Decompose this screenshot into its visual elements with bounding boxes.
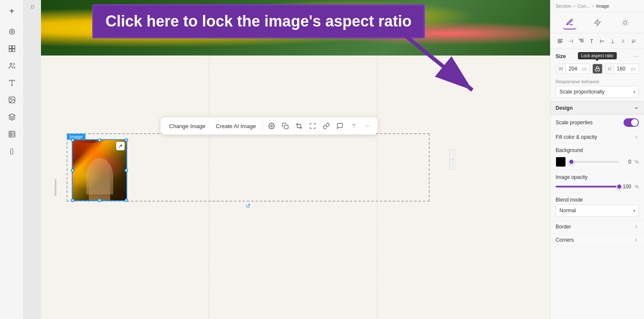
resize-handle-ml[interactable] — [71, 169, 74, 172]
breadcrumb-container[interactable]: Con... — [577, 3, 590, 9]
rotate-handle[interactable]: ↺ — [246, 202, 251, 209]
background-percent: % — [635, 159, 639, 164]
svg-point-6 — [10, 63, 12, 65]
layers-icon[interactable] — [4, 24, 20, 39]
responsive-select[interactable]: Scale proportionally Fixed size Fit to c… — [556, 86, 639, 98]
svg-point-14 — [624, 21, 627, 24]
corners-chevron-icon — [634, 237, 639, 243]
link-button[interactable] — [320, 120, 332, 132]
alignment-row: ⊣ T ⊨ ⊥ ⊦ ⊬ — [550, 33, 644, 49]
align-bottom-button[interactable]: ⊥ — [608, 36, 617, 46]
size-more-button[interactable]: ··· — [633, 53, 639, 60]
design-header: Design — [550, 101, 644, 115]
responsive-select-wrapper: Scale proportionally Fixed size Fit to c… — [556, 86, 639, 98]
svg-rect-31 — [595, 69, 599, 71]
corners-label: Corners — [556, 237, 574, 243]
background-opacity-value[interactable]: 0 — [623, 159, 631, 165]
resize-handle-bl[interactable] — [71, 199, 74, 202]
image-opacity-controls: 100 % — [556, 184, 639, 190]
add-icon[interactable]: + — [4, 3, 20, 19]
content-area: Change Image Create AI Image — [41, 56, 550, 319]
breadcrumb-section[interactable]: Section — [556, 3, 571, 9]
align-right-button[interactable] — [577, 36, 586, 46]
text-icon[interactable] — [4, 75, 20, 91]
people-icon[interactable] — [4, 58, 20, 73]
resize-handle-br[interactable] — [125, 199, 128, 202]
settings-button[interactable] — [266, 120, 278, 132]
scale-properties-toggle[interactable] — [624, 118, 639, 127]
expand-button[interactable]: ↗ — [116, 142, 125, 150]
image-opacity-value[interactable]: 100 — [623, 184, 631, 190]
resize-handle-tr[interactable] — [125, 138, 128, 142]
width-label: W — [556, 64, 566, 73]
size-title: Size — [556, 53, 566, 59]
resize-handle-tl[interactable] — [71, 138, 74, 142]
svg-rect-2 — [9, 46, 12, 48]
drag-handle[interactable] — [55, 179, 56, 196]
blend-mode-select[interactable]: Normal Multiply Screen Overlay — [556, 205, 639, 217]
align-center-h-button[interactable]: ⊣ — [566, 36, 575, 46]
image-toolbar: Change Image Create AI Image — [161, 117, 378, 135]
height-input-group: H 160 px — [605, 64, 639, 74]
svg-point-11 — [271, 125, 272, 127]
fill-color-row[interactable]: Fill color & opacity — [550, 131, 644, 144]
help-button[interactable]: ? — [348, 120, 360, 132]
svg-point-1 — [11, 31, 13, 33]
width-unit: px — [580, 64, 589, 73]
border-chevron-icon — [634, 224, 639, 229]
design-chevron-icon — [634, 105, 639, 111]
components-icon[interactable] — [4, 109, 20, 125]
image-opacity-slider[interactable] — [556, 186, 619, 187]
align-center-v-button[interactable]: ⊨ — [597, 36, 607, 46]
crop-button[interactable] — [293, 120, 305, 132]
svg-rect-3 — [12, 46, 15, 48]
create-ai-image-button[interactable]: Create AI Image — [211, 121, 260, 131]
background-label: Background — [556, 147, 639, 153]
image-selected[interactable]: ↗ — [72, 139, 127, 201]
resize-handle-bm[interactable] — [98, 199, 101, 202]
align-left-button[interactable] — [556, 36, 565, 46]
responsive-label: Responsive behavior — [556, 79, 639, 84]
more-align-button[interactable]: ⊬ — [629, 36, 639, 46]
panel-collapse-button[interactable]: › — [449, 149, 456, 170]
left-sidebar: + {} — [0, 0, 24, 319]
background-color-swatch[interactable] — [556, 157, 566, 167]
responsive-section: Responsive behavior Scale proportionally… — [550, 77, 644, 101]
pages-icon[interactable] — [4, 41, 20, 56]
svg-line-21 — [623, 25, 623, 25]
hero-image — [41, 0, 550, 56]
height-value[interactable]: 160 — [614, 64, 628, 73]
hero-image-inner — [41, 0, 550, 56]
fullscreen-button[interactable] — [307, 120, 319, 132]
lock-aspect-ratio-button[interactable]: Lock aspect ratio — [592, 64, 603, 74]
code-icon[interactable]: {} — [4, 143, 20, 159]
distribute-h-button[interactable]: ⊦ — [619, 36, 628, 46]
width-value[interactable]: 204 — [566, 64, 580, 73]
height-label: H — [606, 64, 615, 73]
fill-chevron-icon — [634, 135, 639, 140]
svg-point-8 — [10, 98, 11, 99]
breadcrumb-current: Image — [596, 3, 609, 9]
background-opacity-thumb — [568, 159, 574, 165]
image-icon[interactable] — [4, 92, 20, 108]
resize-handle-mr[interactable] — [125, 169, 128, 172]
panel-tabs — [550, 12, 644, 33]
resize-handle-tm[interactable] — [98, 138, 101, 142]
svg-rect-9 — [9, 131, 15, 137]
background-opacity-slider[interactable] — [569, 161, 619, 163]
corners-row[interactable]: Corners — [550, 234, 644, 247]
image-label: Image — [67, 134, 85, 140]
scale-properties-row: Scale properties — [550, 115, 644, 131]
more-button[interactable]: ··· — [361, 120, 373, 132]
breadcrumb-sep1: > — [573, 3, 576, 9]
border-row[interactable]: Border — [550, 220, 644, 234]
blend-mode-section: Blend mode Normal Multiply Screen Overla… — [550, 193, 644, 220]
table-icon[interactable] — [4, 126, 20, 142]
tab-style[interactable] — [563, 16, 577, 29]
tab-interaction[interactable] — [591, 16, 604, 29]
change-image-button[interactable]: Change Image — [165, 121, 210, 131]
align-top-button[interactable]: T — [587, 36, 596, 46]
copy-button[interactable] — [279, 120, 291, 132]
comment-button[interactable] — [334, 120, 346, 132]
tab-visibility[interactable] — [618, 16, 632, 29]
